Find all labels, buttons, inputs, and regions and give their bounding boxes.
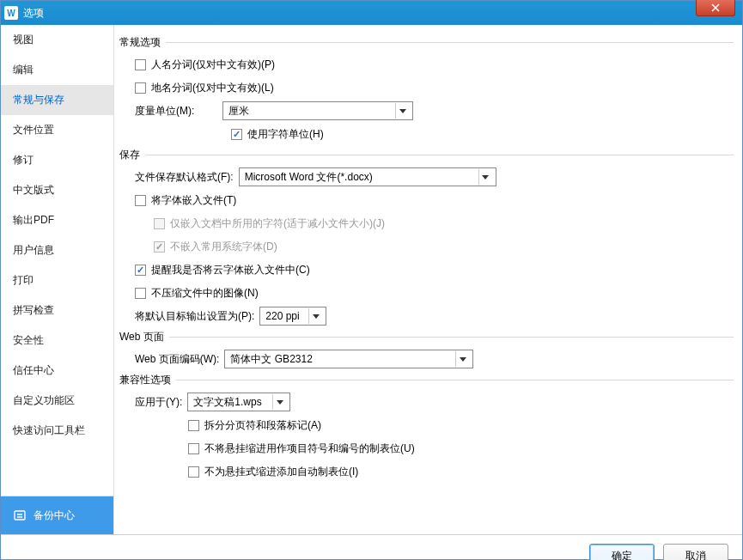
checkbox-compat-1[interactable] [188,420,199,431]
backup-icon [13,508,27,522]
chevron-down-icon [395,103,409,119]
backup-label: 备份中心 [33,508,75,523]
sidebar-item-file-location[interactable]: 文件位置 [1,115,113,145]
checkbox-person-split[interactable] [135,59,146,70]
sidebar-item-edit[interactable]: 编辑 [1,55,113,85]
titlebar: W 选项 [1,1,742,25]
sidebar-item-general-save[interactable]: 常规与保存 [1,85,113,115]
checkbox-embed-fonts[interactable] [135,195,146,206]
checkbox-remind-cloud[interactable] [135,265,146,276]
close-icon [711,3,720,12]
checkbox-embed-only-used [154,218,165,229]
label-default-res: 将默认目标输出设置为(P): [135,309,254,324]
section-general: 常规选项 [119,35,734,50]
chevron-down-icon [478,169,492,185]
select-default-fmt-value: Microsoft Word 文件(*.docx) [245,170,373,185]
label-place-split: 地名分词(仅对中文有效)(L) [151,81,274,95]
select-default-fmt[interactable]: Microsoft Word 文件(*.docx) [239,167,496,186]
sidebar: 视图 编辑 常规与保存 文件位置 修订 中文版式 输出PDF 用户信息 打印 拼… [1,25,114,534]
sidebar-items: 视图 编辑 常规与保存 文件位置 修订 中文版式 输出PDF 用户信息 打印 拼… [1,25,113,496]
label-embed-fonts: 将字体嵌入文件(T) [151,193,236,208]
label-person-split: 人名分词(仅对中文有效)(P) [151,58,275,72]
checkbox-place-split[interactable] [135,82,146,94]
select-default-res[interactable]: 220 ppi [259,307,326,326]
select-web-encoding[interactable]: 简体中文 GB2312 [224,350,473,368]
chevron-down-icon [272,394,286,410]
section-compat-label: 兼容性选项 [119,373,176,387]
select-unit-value: 厘米 [228,104,249,119]
dialog-footer: 确定 取消 [1,535,742,560]
select-web-encoding-value: 简体中文 GB2312 [230,352,312,367]
ok-button[interactable]: 确定 [589,544,655,560]
checkbox-compat-2[interactable] [188,443,199,454]
content-scroll[interactable]: 常规选项 人名分词(仅对中文有效)(P) 地名分词(仅对中文有效)(L) 度量单… [114,25,742,534]
svg-rect-0 [15,511,25,520]
chevron-down-icon [455,351,469,367]
label-apply-to: 应用于(Y): [135,395,182,410]
section-save-label: 保存 [119,148,145,162]
sidebar-item-spellcheck[interactable]: 拼写检查 [1,295,113,326]
checkbox-compat-3[interactable] [188,466,199,478]
label-embed-only-used: 仅嵌入文档中所用的字符(适于减小文件大小)(J) [170,216,385,231]
label-remind-cloud: 提醒我是否将云字体嵌入文件中(C) [151,263,310,277]
sidebar-item-output-pdf[interactable]: 输出PDF [1,205,113,235]
close-button[interactable] [696,0,735,16]
label-web-encoding: Web 页面编码(W): [135,352,219,367]
label-compat-3: 不为悬挂式缩进添加自动制表位(I) [204,465,358,479]
section-compat: 兼容性选项 [119,373,734,387]
sidebar-item-security[interactable]: 安全性 [1,326,113,356]
checkbox-no-compress[interactable] [135,288,146,299]
select-apply-to[interactable]: 文字文稿1.wps [187,393,290,411]
checkbox-no-embed-sys [154,241,165,253]
window-title: 选项 [23,6,44,21]
sidebar-item-view[interactable]: 视图 [1,25,113,55]
section-save: 保存 [119,148,734,162]
sidebar-item-chinese-layout[interactable]: 中文版式 [1,175,113,205]
sidebar-item-quick-access[interactable]: 快速访问工具栏 [1,416,113,446]
sidebar-item-revision[interactable]: 修订 [1,145,113,175]
checkbox-char-unit[interactable] [231,129,242,140]
label-no-embed-sys: 不嵌入常用系统字体(D) [170,240,277,254]
section-web-label: Web 页面 [119,330,169,344]
section-web: Web 页面 [119,330,734,344]
cancel-button[interactable]: 取消 [663,544,728,560]
label-char-unit: 使用字符单位(H) [247,127,324,142]
sidebar-item-customize-ribbon[interactable]: 自定义功能区 [1,386,113,416]
section-general-label: 常规选项 [119,35,166,50]
label-default-fmt: 文件保存默认格式(F): [135,170,234,185]
divider [176,380,734,380]
backup-center-button[interactable]: 备份中心 [1,496,113,534]
label-no-compress: 不压缩文件中的图像(N) [151,286,259,301]
select-unit[interactable]: 厘米 [222,101,413,120]
select-apply-to-value: 文字文稿1.wps [193,395,261,410]
app-icon: W [4,6,18,20]
label-unit: 度量单位(M): [135,104,217,119]
divider [169,337,734,338]
divider [145,155,734,155]
content-pane: 常规选项 人名分词(仅对中文有效)(P) 地名分词(仅对中文有效)(L) 度量单… [114,25,742,534]
chevron-down-icon [308,308,322,324]
select-default-res-value: 220 ppi [265,310,299,322]
sidebar-item-trust-center[interactable]: 信任中心 [1,356,113,386]
label-compat-2: 不将悬挂缩进用作项目符号和编号的制表位(U) [204,441,415,456]
label-compat-1: 拆分分页符和段落标记(A) [204,418,321,433]
options-dialog: W 选项 视图 编辑 常规与保存 文件位置 修订 中文版式 输出PDF 用户信息… [0,0,743,560]
divider [166,42,734,43]
sidebar-item-print[interactable]: 打印 [1,265,113,295]
sidebar-item-user-info[interactable]: 用户信息 [1,235,113,265]
